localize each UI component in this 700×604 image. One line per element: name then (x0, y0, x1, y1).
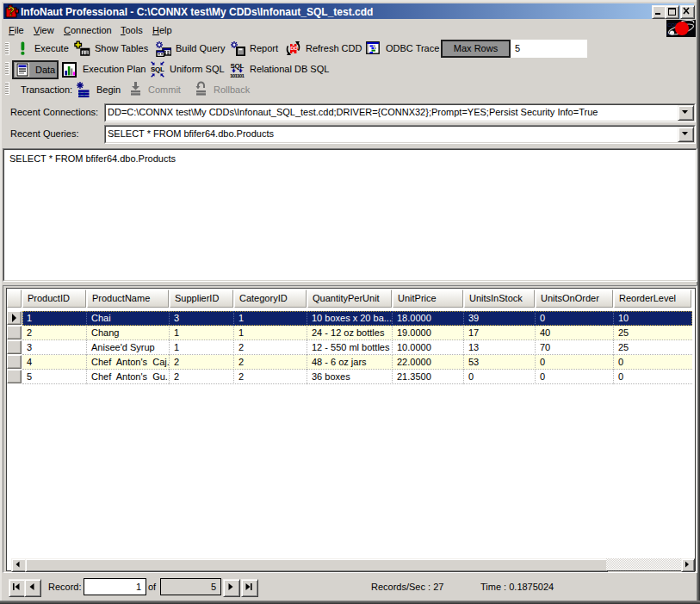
svg-text:SQL: SQL (231, 62, 245, 70)
svg-text:?: ? (8, 4, 15, 18)
svg-text:101101: 101101 (230, 72, 245, 78)
svg-text:SQL: SQL (151, 65, 164, 73)
svg-text:DD: DD (290, 46, 298, 51)
